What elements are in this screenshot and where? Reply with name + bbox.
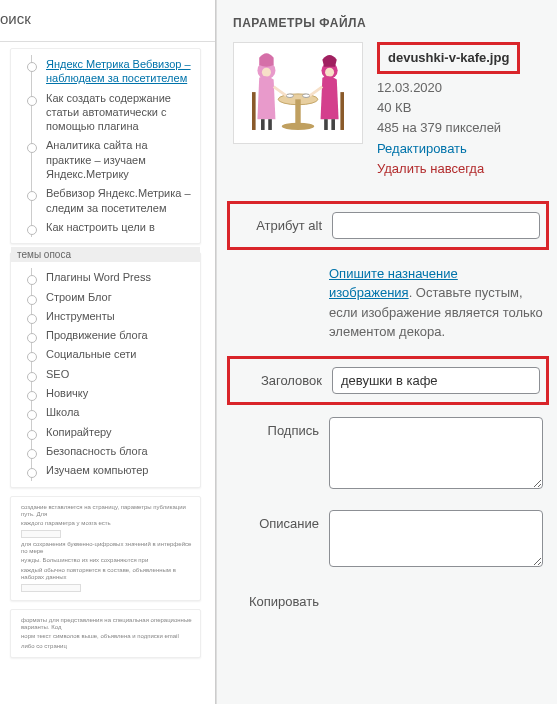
filename: devushki-v-kafe.jpg [388,50,509,65]
delete-link[interactable]: Удалить навсегда [377,159,520,179]
filename-highlight: devushki-v-kafe.jpg [377,42,520,74]
list-item[interactable]: SEO [46,365,192,384]
svg-point-11 [325,68,334,77]
left-column: оиск Яндекс Метрика Вебвизор – наблюдаем… [0,0,216,704]
attachment-meta: devushki-v-kafe.jpg 12.03.2020 40 КВ 485… [377,42,520,179]
svg-rect-12 [324,119,328,130]
title-input[interactable] [332,367,540,394]
tiny-text: норм текст символов выше, объявлена и по… [21,632,192,641]
caption-label: Подпись [233,417,319,438]
svg-rect-13 [331,119,335,130]
caption-textarea[interactable] [329,417,543,489]
svg-rect-8 [261,119,265,130]
thumb-card-1[interactable]: Яндекс Метрика Вебвизор – наблюдаем за п… [10,48,201,244]
search-header: оиск [0,0,215,42]
list-item[interactable]: Как создать содержание статьи автоматиче… [46,89,192,137]
list-item[interactable]: Аналитика сайта на практике – изучаем Ян… [46,136,192,184]
attachment-header: devushki-v-kafe.jpg 12.03.2020 40 КВ 485… [233,42,543,179]
thumb-title: темы опоса [11,247,200,262]
attachment-thumbnail[interactable] [233,42,363,144]
alt-row-highlight: Атрибут alt [227,201,549,250]
list-item[interactable]: Плагины Word Press [46,268,192,287]
tiny-box [21,584,81,592]
tiny-text: каждого параметра у мозга есть [21,519,192,528]
title-row-highlight: Заголовок [227,356,549,405]
description-textarea[interactable] [329,510,543,567]
alt-label: Атрибут alt [236,212,322,233]
tiny-text: создание вставляется на страницу, параме… [21,503,192,519]
list-item[interactable]: Продвижение блога [46,326,192,345]
alt-input[interactable] [332,212,540,239]
left-thumbnails: Яндекс Метрика Вебвизор – наблюдаем за п… [0,42,215,672]
edit-link[interactable]: Редактировать [377,139,520,159]
list-item[interactable]: Вебвизор Яндекс.Метрика – следим за посе… [46,184,192,218]
svg-point-5 [303,94,310,98]
svg-point-4 [286,94,293,98]
meta-dimensions: 485 на 379 пикселей [377,118,520,138]
svg-point-7 [262,68,271,77]
list-item[interactable]: Яндекс Метрика Вебвизор – наблюдаем за п… [46,55,192,89]
tiny-text: для сохранения буквенно-цифровых значени… [21,540,192,556]
list-item[interactable]: Инструменты [46,307,192,326]
list-item[interactable]: Школа [46,403,192,422]
thumb-card-2[interactable]: темы опоса Плагины Word Press Строим Бло… [10,252,201,487]
thumb-card-4[interactable]: форматы для представления на специальная… [10,609,201,658]
description-label: Описание [233,510,319,531]
svg-rect-14 [252,92,256,130]
svg-rect-15 [340,92,344,130]
meta-date: 12.03.2020 [377,78,520,98]
search-label: оиск [0,10,31,27]
list-item[interactable]: Как настроить цели в [46,218,192,237]
tiny-text: нужды. Большинство из них сохраняются пр… [21,556,192,565]
svg-rect-9 [268,119,272,130]
attachment-details-panel: ПАРАМЕТРЫ ФАЙЛА [216,0,557,704]
cafe-illustration-icon [238,47,358,139]
title-label: Заголовок [236,367,322,388]
svg-point-3 [282,123,314,130]
tiny-text: либо со страниц [21,642,192,651]
panel-title: ПАРАМЕТРЫ ФАЙЛА [233,16,543,30]
thumb-card-3[interactable]: создание вставляется на страницу, параме… [10,496,201,602]
list-item[interactable]: Строим Блог [46,288,192,307]
list-item[interactable]: Копирайтеру [46,423,192,442]
svg-rect-2 [295,99,300,124]
list-item[interactable]: Изучаем компьютер [46,461,192,480]
list-item[interactable]: Новичку [46,384,192,403]
tiny-text: форматы для представления на специальная… [21,616,192,632]
tiny-text: каждый обычно повторяется в составе, объ… [21,566,192,582]
list-item[interactable]: Безопасность блога [46,442,192,461]
list-item[interactable]: Социальные сети [46,345,192,364]
copy-label: Копировать [233,588,319,609]
tiny-box [21,530,61,538]
alt-help-text: Опишите назначение изображения. Оставьте… [329,264,543,342]
meta-size: 40 КВ [377,98,520,118]
